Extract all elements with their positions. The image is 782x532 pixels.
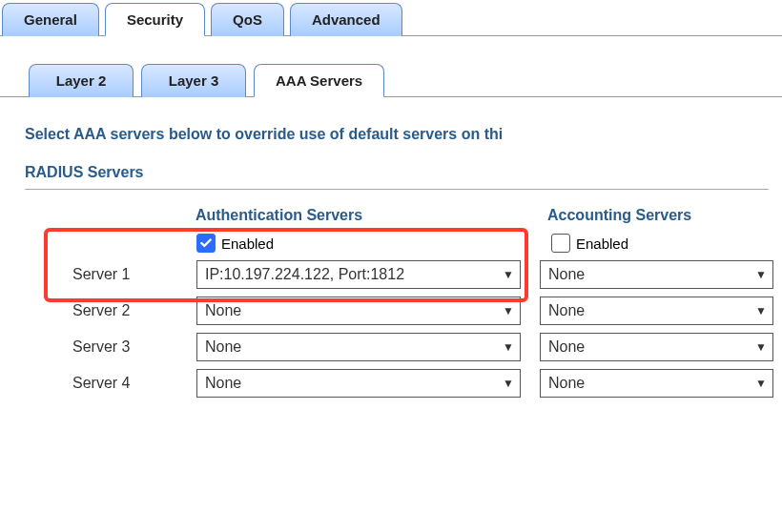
server4-acct-select[interactable]: None ▼ bbox=[540, 369, 773, 398]
server-row-label: Server 2 bbox=[72, 302, 196, 319]
server-row-label: Server 3 bbox=[72, 338, 196, 356]
content-panel: Select AAA servers below to override use… bbox=[0, 97, 782, 398]
tab-qos[interactable]: QoS bbox=[211, 3, 284, 36]
tab-layer3[interactable]: Layer 3 bbox=[141, 64, 246, 97]
chevron-down-icon: ▼ bbox=[755, 340, 767, 354]
server-row: Server 4 None ▼ None ▼ bbox=[72, 369, 782, 398]
chevron-down-icon: ▼ bbox=[503, 377, 514, 390]
select-value: None bbox=[205, 338, 241, 356]
enable-row: Enabled Enabled bbox=[72, 234, 782, 253]
section-heading-radius: RADIUS Servers bbox=[25, 164, 782, 181]
server3-acct-select[interactable]: None ▼ bbox=[540, 333, 773, 361]
server-row: Server 3 None ▼ None ▼ bbox=[72, 333, 782, 361]
tab-advanced[interactable]: Advanced bbox=[290, 3, 402, 36]
auth-enabled-checkbox[interactable] bbox=[196, 234, 216, 253]
server-row-label: Server 1 bbox=[72, 266, 196, 283]
checkmark-icon bbox=[199, 236, 213, 250]
chevron-down-icon: ▼ bbox=[503, 340, 514, 354]
column-header-auth: Authentication Servers bbox=[196, 207, 536, 224]
select-value: None bbox=[548, 338, 585, 356]
server-row: Server 2 None ▼ None ▼ bbox=[72, 297, 782, 325]
server-grid: Authentication Servers Accounting Server… bbox=[25, 207, 782, 398]
grid-header-spacer bbox=[72, 207, 196, 224]
server2-auth-select[interactable]: None ▼ bbox=[196, 297, 521, 325]
server-row-label: Server 4 bbox=[72, 375, 196, 392]
chevron-down-icon: ▼ bbox=[503, 304, 514, 317]
acct-enabled-checkbox[interactable] bbox=[551, 234, 570, 253]
server1-auth-select[interactable]: IP:10.197.224.122, Port:1812 ▼ bbox=[196, 260, 521, 289]
select-value: None bbox=[548, 375, 585, 392]
server1-acct-select[interactable]: None ▼ bbox=[540, 260, 773, 289]
chevron-down-icon: ▼ bbox=[755, 268, 767, 281]
select-value: None bbox=[548, 266, 585, 283]
server3-auth-select[interactable]: None ▼ bbox=[196, 333, 521, 361]
server4-auth-select[interactable]: None ▼ bbox=[196, 369, 521, 398]
select-value: None bbox=[548, 302, 585, 319]
sub-tab-bar: Layer 2 Layer 3 AAA Servers bbox=[0, 36, 782, 97]
chevron-down-icon: ▼ bbox=[755, 304, 767, 317]
auth-enabled-label: Enabled bbox=[221, 235, 274, 252]
tab-general[interactable]: General bbox=[2, 3, 99, 36]
select-value: None bbox=[205, 375, 241, 392]
top-tab-bar: General Security QoS Advanced bbox=[0, 0, 782, 36]
tab-security[interactable]: Security bbox=[105, 3, 205, 36]
select-value: None bbox=[205, 302, 241, 319]
column-header-acct: Accounting Servers bbox=[536, 207, 782, 224]
chevron-down-icon: ▼ bbox=[755, 377, 767, 390]
chevron-down-icon: ▼ bbox=[503, 268, 514, 281]
grid-header-row: Authentication Servers Accounting Server… bbox=[72, 207, 782, 224]
select-value: IP:10.197.224.122, Port:1812 bbox=[205, 266, 404, 283]
server-row: Server 1 IP:10.197.224.122, Port:1812 ▼ … bbox=[72, 260, 782, 289]
server2-acct-select[interactable]: None ▼ bbox=[540, 297, 773, 325]
acct-enabled-label: Enabled bbox=[576, 235, 628, 252]
tab-aaa-servers[interactable]: AAA Servers bbox=[254, 64, 384, 97]
tab-layer2[interactable]: Layer 2 bbox=[29, 64, 134, 97]
instruction-text: Select AAA servers below to override use… bbox=[25, 126, 782, 143]
divider bbox=[25, 189, 769, 190]
